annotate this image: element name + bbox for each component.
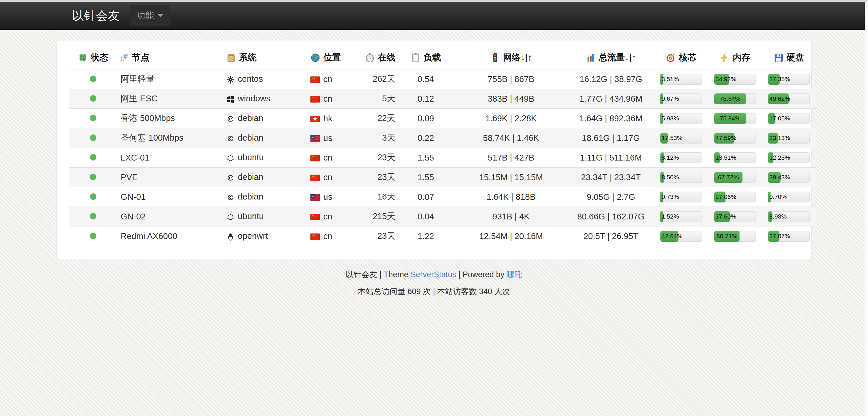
table-row[interactable]: GN-02ubuntucn215天0.04931B | 4K80.66G | 1… (69, 207, 816, 227)
status-dot-online (90, 233, 96, 239)
main-content: 状态节点系统位置在线负载网络↓|↑总流量↓|↑核芯内存硬盘 阿里轻量centos… (0, 40, 868, 297)
cell-uptime: 16天 (360, 187, 397, 207)
column-header-traffic: 总流量↓|↑ (567, 44, 654, 69)
rocket-icon (119, 53, 129, 63)
cell-traffic: 20.5T | 26.95T (567, 227, 654, 246)
cell-location: cn (305, 89, 360, 109)
debian-icon (226, 115, 235, 123)
table-body: 阿里轻量centoscn262天0.54755B | 867B16.12G | … (69, 69, 816, 246)
powered-by-link[interactable]: 哪吒 (507, 270, 522, 279)
country-code-label: cn (323, 153, 332, 162)
cell-cpu: 0.67% (654, 89, 708, 109)
cell-hdd: 12.23% (762, 148, 816, 168)
cell-hdd: 17.05% (762, 109, 816, 128)
table-row[interactable]: 香港 500Mbpsdebianhk22天0.091.69K | 2.28K1.… (69, 109, 816, 128)
cell-traffic: 23.34T | 23.34T (567, 168, 654, 187)
hdd-progressbar: 17.05% (768, 113, 810, 124)
mem-progressbar: 67.72% (714, 172, 756, 183)
os-label: debian (238, 172, 263, 182)
cell-node-name: 圣何塞 100Mbps (117, 128, 224, 148)
cpu-percent-label: 3.51% (661, 76, 679, 83)
table-row[interactable]: GN-01debianus16天0.071.64K | 818B9.05G | … (69, 187, 816, 207)
cell-hdd: 27.35% (762, 69, 816, 89)
os-label: debian (238, 113, 263, 123)
cell-mem: 47.59% (708, 128, 762, 148)
hdd-progressbar: 27.07% (768, 231, 810, 242)
cell-node-name: GN-01 (117, 187, 224, 207)
table-row[interactable]: 阿里 ESCwindowscn5天0.12383B | 449B1.77G | … (69, 89, 816, 109)
cell-uptime: 22天 (360, 109, 397, 128)
cell-status (69, 128, 117, 148)
brand-link[interactable]: 以针会友 (72, 8, 120, 24)
cell-network: 383B | 449B (455, 89, 567, 109)
debian-icon (226, 193, 235, 202)
openwrt-icon (226, 232, 235, 241)
cell-status (69, 187, 117, 207)
ubuntu-icon (226, 154, 235, 162)
hdd-progressbar: 29.43% (768, 172, 810, 183)
cell-mem: 27.06% (708, 187, 762, 207)
cell-traffic: 1.77G | 434.96M (567, 89, 654, 109)
table-row[interactable]: LXC-01ubuntucn23天1.55517B | 427B1.11G | … (69, 148, 816, 168)
column-label-mem: 内存 (733, 53, 750, 62)
cell-mem: 75.84% (708, 109, 762, 128)
flag-cn (310, 77, 320, 83)
windows-icon (226, 95, 235, 104)
footer-visit-stats: 本站总访问量 609 次 | 本站访客数 340 人次 (0, 286, 868, 297)
cell-cpu: 0.73% (654, 187, 708, 207)
cell-location: cn (305, 227, 360, 246)
cell-os: ubuntu (224, 207, 305, 227)
cpu-progressbar: 8.12% (660, 152, 702, 163)
bar-chart-icon (586, 53, 596, 63)
cell-cpu: 3.51% (654, 69, 708, 89)
cell-node-name: 阿里轻量 (117, 69, 224, 89)
mem-progressbar: 34.92% (714, 74, 756, 85)
table-row[interactable]: 圣何塞 100Mbpsdebianus3天0.2258.74K | 1.46K1… (69, 128, 816, 148)
cpu-percent-label: 17.53% (661, 135, 682, 142)
status-dot-online (90, 194, 96, 200)
column-label-network: 网络↓|↑ (503, 53, 532, 62)
cell-os: debian (224, 187, 305, 207)
cpu-progressbar: 42.64% (660, 231, 702, 242)
dart-icon (666, 53, 676, 63)
scrollbar[interactable] (865, 2, 868, 416)
cpu-percent-label: 0.67% (661, 95, 679, 102)
hdd-progressbar: 23.13% (768, 133, 810, 144)
table-row[interactable]: 阿里轻量centoscn262天0.54755B | 867B16.12G | … (69, 69, 816, 89)
stopwatch-icon (365, 53, 375, 63)
cell-node-name: Redmi AX6000 (117, 227, 224, 246)
cell-cpu: 8.50% (654, 168, 708, 187)
cell-load: 1.55 (397, 148, 455, 168)
globe-icon (310, 53, 320, 63)
cell-mem: 67.72% (708, 168, 762, 187)
menu-dropdown[interactable]: 功能 (130, 5, 170, 26)
column-header-hdd: 硬盘 (762, 44, 816, 69)
cell-mem: 75.84% (708, 89, 762, 109)
hdd-percent-label: 27.07% (769, 233, 790, 240)
cell-node-name: 香港 500Mbps (117, 109, 224, 128)
cpu-progressbar: 8.50% (660, 172, 702, 183)
package-icon (226, 53, 236, 63)
os-label: ubuntu (238, 211, 264, 221)
cell-traffic: 9.05G | 2.7G (567, 187, 654, 207)
cell-hdd: 49.62% (762, 89, 816, 109)
clover-icon (78, 53, 88, 63)
table-row[interactable]: Redmi AX6000openwrtcn23天1.2212.54M | 20.… (69, 227, 816, 246)
status-dot-online (90, 115, 96, 121)
status-dot-online (90, 95, 96, 102)
cell-status (69, 207, 117, 227)
hdd-percent-label: 27.35% (769, 76, 790, 83)
cell-os: ubuntu (224, 148, 305, 168)
cell-network: 1.69K | 2.28K (455, 109, 567, 128)
flag-cn (310, 234, 320, 240)
theme-link[interactable]: ServerStatus (410, 270, 456, 279)
clipboard-icon (410, 53, 421, 63)
table-row[interactable]: PVEdebiancn23天1.5515.15M | 15.15M23.34T … (69, 168, 816, 187)
cpu-progressbar: 3.51% (660, 74, 702, 85)
country-code-label: hk (323, 114, 332, 123)
cpu-percent-label: 8.50% (661, 174, 679, 181)
column-header-os: 系统 (224, 44, 305, 69)
country-code-label: cn (323, 212, 332, 221)
floppy-icon (774, 53, 784, 63)
column-header-name: 节点 (117, 44, 224, 69)
